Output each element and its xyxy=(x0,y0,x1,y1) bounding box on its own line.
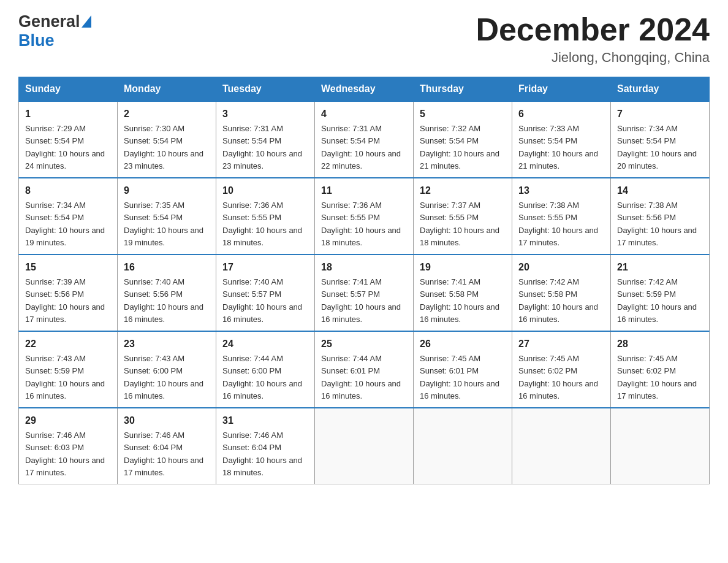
day-number: 1 xyxy=(25,107,111,121)
calendar-cell: 29Sunrise: 7:46 AMSunset: 6:03 PMDayligh… xyxy=(19,408,118,484)
day-number: 19 xyxy=(420,260,506,275)
day-info: Sunrise: 7:44 AMSunset: 6:01 PMDaylight:… xyxy=(321,354,401,400)
day-info: Sunrise: 7:44 AMSunset: 6:00 PMDaylight:… xyxy=(222,354,302,400)
calendar-cell: 24Sunrise: 7:44 AMSunset: 6:00 PMDayligh… xyxy=(216,331,315,408)
day-info: Sunrise: 7:46 AMSunset: 6:04 PMDaylight:… xyxy=(222,431,302,477)
week-row-5: 29Sunrise: 7:46 AMSunset: 6:03 PMDayligh… xyxy=(19,408,710,484)
calendar-cell: 25Sunrise: 7:44 AMSunset: 6:01 PMDayligh… xyxy=(315,331,414,408)
calendar-cell: 12Sunrise: 7:37 AMSunset: 5:55 PMDayligh… xyxy=(414,178,512,255)
day-number: 15 xyxy=(25,260,111,275)
calendar-cell xyxy=(315,408,414,484)
calendar-cell: 28Sunrise: 7:45 AMSunset: 6:02 PMDayligh… xyxy=(611,331,710,408)
calendar-cell: 7Sunrise: 7:34 AMSunset: 5:54 PMDaylight… xyxy=(611,101,710,178)
day-number: 12 xyxy=(420,183,506,198)
day-info: Sunrise: 7:46 AMSunset: 6:04 PMDaylight:… xyxy=(124,431,203,477)
day-number: 7 xyxy=(617,107,703,121)
day-info: Sunrise: 7:34 AMSunset: 5:54 PMDaylight:… xyxy=(25,201,105,247)
calendar-cell: 30Sunrise: 7:46 AMSunset: 6:04 PMDayligh… xyxy=(118,408,216,484)
day-number: 27 xyxy=(518,337,604,351)
day-info: Sunrise: 7:34 AMSunset: 5:54 PMDaylight:… xyxy=(617,124,697,170)
day-info: Sunrise: 7:38 AMSunset: 5:55 PMDaylight:… xyxy=(518,201,598,247)
day-info: Sunrise: 7:38 AMSunset: 5:56 PMDaylight:… xyxy=(617,201,697,247)
day-number: 31 xyxy=(222,413,308,428)
day-number: 24 xyxy=(222,337,308,351)
calendar-cell: 26Sunrise: 7:45 AMSunset: 6:01 PMDayligh… xyxy=(414,331,512,408)
day-info: Sunrise: 7:40 AMSunset: 5:57 PMDaylight:… xyxy=(222,277,302,324)
calendar-cell: 8Sunrise: 7:34 AMSunset: 5:54 PMDaylight… xyxy=(19,178,118,255)
day-info: Sunrise: 7:32 AMSunset: 5:54 PMDaylight:… xyxy=(420,124,499,170)
day-number: 11 xyxy=(321,183,407,198)
week-row-3: 15Sunrise: 7:39 AMSunset: 5:56 PMDayligh… xyxy=(19,255,710,331)
calendar-cell: 23Sunrise: 7:43 AMSunset: 6:00 PMDayligh… xyxy=(118,331,216,408)
day-info: Sunrise: 7:39 AMSunset: 5:56 PMDaylight:… xyxy=(25,277,105,324)
header-saturday: Saturday xyxy=(611,77,710,102)
week-row-2: 8Sunrise: 7:34 AMSunset: 5:54 PMDaylight… xyxy=(19,178,710,255)
week-row-4: 22Sunrise: 7:43 AMSunset: 5:59 PMDayligh… xyxy=(19,331,710,408)
day-number: 20 xyxy=(518,260,604,275)
header-sunday: Sunday xyxy=(19,77,118,102)
day-number: 13 xyxy=(518,183,604,198)
calendar-cell: 4Sunrise: 7:31 AMSunset: 5:54 PMDaylight… xyxy=(315,101,414,178)
day-info: Sunrise: 7:35 AMSunset: 5:54 PMDaylight:… xyxy=(124,201,203,247)
calendar-cell: 9Sunrise: 7:35 AMSunset: 5:54 PMDaylight… xyxy=(118,178,216,255)
week-row-1: 1Sunrise: 7:29 AMSunset: 5:54 PMDaylight… xyxy=(19,101,710,178)
calendar-cell: 1Sunrise: 7:29 AMSunset: 5:54 PMDaylight… xyxy=(19,101,118,178)
day-info: Sunrise: 7:45 AMSunset: 6:01 PMDaylight:… xyxy=(420,354,499,400)
header-friday: Friday xyxy=(512,77,611,102)
day-number: 16 xyxy=(124,260,210,275)
day-info: Sunrise: 7:40 AMSunset: 5:56 PMDaylight:… xyxy=(124,277,203,324)
header-monday: Monday xyxy=(118,77,216,102)
day-info: Sunrise: 7:45 AMSunset: 6:02 PMDaylight:… xyxy=(518,354,598,400)
calendar-cell: 11Sunrise: 7:36 AMSunset: 5:55 PMDayligh… xyxy=(315,178,414,255)
logo-triangle-icon xyxy=(82,15,91,28)
day-number: 25 xyxy=(321,337,407,351)
header-wednesday: Wednesday xyxy=(315,77,414,102)
day-number: 14 xyxy=(617,183,703,198)
day-number: 3 xyxy=(222,107,308,121)
day-number: 6 xyxy=(518,107,604,121)
day-info: Sunrise: 7:43 AMSunset: 6:00 PMDaylight:… xyxy=(124,354,203,400)
calendar-cell xyxy=(611,408,710,484)
calendar-cell: 20Sunrise: 7:42 AMSunset: 5:58 PMDayligh… xyxy=(512,255,611,331)
calendar-cell: 6Sunrise: 7:33 AMSunset: 5:54 PMDaylight… xyxy=(512,101,611,178)
day-info: Sunrise: 7:41 AMSunset: 5:57 PMDaylight:… xyxy=(321,277,401,324)
day-number: 4 xyxy=(321,107,407,121)
header-thursday: Thursday xyxy=(414,77,512,102)
day-number: 29 xyxy=(25,413,111,428)
calendar-cell: 17Sunrise: 7:40 AMSunset: 5:57 PMDayligh… xyxy=(216,255,315,331)
calendar-cell: 16Sunrise: 7:40 AMSunset: 5:56 PMDayligh… xyxy=(118,255,216,331)
day-info: Sunrise: 7:33 AMSunset: 5:54 PMDaylight:… xyxy=(518,124,598,170)
day-info: Sunrise: 7:29 AMSunset: 5:54 PMDaylight:… xyxy=(25,124,105,170)
day-number: 17 xyxy=(222,260,308,275)
day-number: 18 xyxy=(321,260,407,275)
calendar-cell: 18Sunrise: 7:41 AMSunset: 5:57 PMDayligh… xyxy=(315,255,414,331)
calendar-cell: 2Sunrise: 7:30 AMSunset: 5:54 PMDaylight… xyxy=(118,101,216,178)
day-info: Sunrise: 7:36 AMSunset: 5:55 PMDaylight:… xyxy=(222,201,302,247)
logo-general-text: General xyxy=(18,12,80,31)
day-info: Sunrise: 7:45 AMSunset: 6:02 PMDaylight:… xyxy=(617,354,697,400)
day-number: 22 xyxy=(25,337,111,351)
svg-marker-0 xyxy=(82,15,91,28)
day-number: 26 xyxy=(420,337,506,351)
day-number: 9 xyxy=(124,183,210,198)
day-number: 10 xyxy=(222,183,308,198)
title-section: December 2024 Jielong, Chongqing, China xyxy=(476,12,710,66)
logo-blue-text: Blue xyxy=(18,31,55,50)
day-number: 5 xyxy=(420,107,506,121)
calendar-cell: 19Sunrise: 7:41 AMSunset: 5:58 PMDayligh… xyxy=(414,255,512,331)
day-number: 2 xyxy=(124,107,210,121)
calendar-cell xyxy=(512,408,611,484)
day-number: 30 xyxy=(124,413,210,428)
calendar-title: December 2024 xyxy=(476,12,710,47)
day-info: Sunrise: 7:31 AMSunset: 5:54 PMDaylight:… xyxy=(321,124,401,170)
page-header: General Blue December 2024 Jielong, Chon… xyxy=(18,12,710,66)
calendar-cell: 27Sunrise: 7:45 AMSunset: 6:02 PMDayligh… xyxy=(512,331,611,408)
calendar-cell: 15Sunrise: 7:39 AMSunset: 5:56 PMDayligh… xyxy=(19,255,118,331)
day-number: 21 xyxy=(617,260,703,275)
day-info: Sunrise: 7:42 AMSunset: 5:58 PMDaylight:… xyxy=(518,277,598,324)
calendar-cell xyxy=(414,408,512,484)
calendar-cell: 13Sunrise: 7:38 AMSunset: 5:55 PMDayligh… xyxy=(512,178,611,255)
day-info: Sunrise: 7:46 AMSunset: 6:03 PMDaylight:… xyxy=(25,431,105,477)
calendar-cell: 14Sunrise: 7:38 AMSunset: 5:56 PMDayligh… xyxy=(611,178,710,255)
day-info: Sunrise: 7:31 AMSunset: 5:54 PMDaylight:… xyxy=(222,124,302,170)
